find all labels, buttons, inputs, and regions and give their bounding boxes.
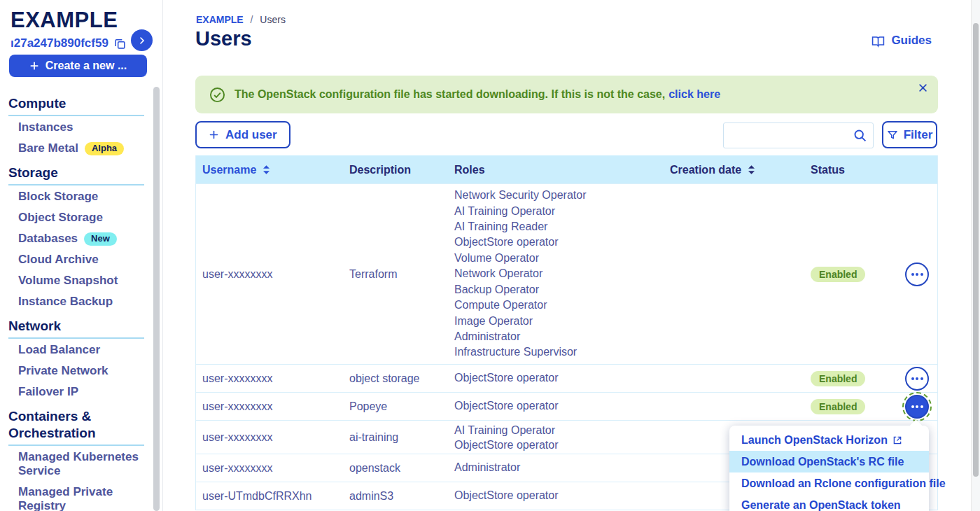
create-new-button[interactable]: Create a new ...	[9, 55, 147, 77]
cell-roles: AI Training OperatorObjectStore operator	[454, 423, 670, 452]
ellipsis-icon	[911, 405, 923, 408]
row-actions-menu: Launch OpenStack Horizon Download OpenSt…	[729, 426, 929, 511]
sidebar-item-volume-snapshot[interactable]: Volume Snapshot	[0, 270, 162, 291]
sidebar-item-block-storage[interactable]: Block Storage	[0, 186, 162, 207]
table-header-row: Username Description Roles Creation date…	[196, 155, 937, 183]
cell-description: Popeye	[349, 400, 454, 413]
sort-icon	[263, 165, 270, 174]
column-header-roles: Roles	[454, 164, 670, 176]
breadcrumb-current: Users	[260, 14, 286, 25]
check-circle-icon	[209, 87, 225, 103]
row-actions-button[interactable]	[905, 262, 929, 286]
menu-item-generate-token[interactable]: Generate an OpenStack token	[729, 494, 929, 511]
section-rule	[8, 115, 144, 116]
sidebar-nav: Compute Instances Bare MetalAlpha Storag…	[0, 95, 162, 511]
section-title-network: Network	[8, 318, 154, 335]
table-row: user-xxxxxxxx object storage ObjectStore…	[196, 364, 937, 392]
menu-item-launch-horizon[interactable]: Launch OpenStack Horizon	[729, 429, 929, 451]
close-icon[interactable]	[918, 83, 928, 93]
search-icon	[853, 128, 867, 143]
cell-status: Enabled	[811, 267, 897, 282]
cell-status: Enabled	[811, 371, 897, 386]
sidebar-item-private-network[interactable]: Private Network	[0, 360, 162, 382]
column-header-creation-date[interactable]: Creation date	[670, 164, 811, 176]
sort-icon	[748, 165, 755, 174]
plus-icon	[209, 130, 219, 140]
cell-username: user-xxxxxxxx	[196, 431, 349, 444]
breadcrumb: EXAMPLE / Users	[196, 14, 286, 25]
sidebar-item-failover-ip[interactable]: Failover IP	[0, 382, 162, 402]
menu-item-download-rclone-config[interactable]: Download an Rclone configuration file	[729, 472, 929, 494]
sidebar-item-instance-backup[interactable]: Instance Backup	[0, 291, 162, 312]
ellipsis-icon	[911, 273, 923, 276]
filter-button[interactable]: Filter	[882, 121, 937, 148]
cell-username: user-UTmdbCfRRXhn	[196, 490, 349, 503]
alert-message: The OpenStack configuration file has sta…	[234, 88, 665, 101]
cell-username: user-xxxxxxxx	[196, 400, 349, 413]
status-badge: Enabled	[811, 267, 865, 282]
sidebar-item-load-balancer[interactable]: Load Balancer	[0, 340, 162, 360]
book-icon	[872, 34, 885, 48]
sidebar-item-cloud-archive[interactable]: Cloud Archive	[0, 249, 162, 270]
ellipsis-icon	[911, 377, 923, 380]
column-header-status: Status	[811, 164, 897, 176]
sidebar-item-databases[interactable]: DatabasesNew	[0, 228, 162, 249]
sidebar-scrollbar[interactable]	[153, 87, 160, 511]
page-scrollbar-thumb[interactable]	[973, 23, 979, 477]
search-input[interactable]	[723, 122, 874, 148]
add-user-button[interactable]: Add user	[195, 121, 290, 148]
alert-click-here-link[interactable]: click here	[668, 88, 720, 101]
status-badge: Enabled	[811, 371, 865, 386]
cell-description: object storage	[349, 372, 454, 385]
page-title: Users	[195, 27, 252, 50]
cell-status: Enabled	[811, 399, 897, 414]
section-title-containers: Containers & Orchestration	[8, 408, 154, 442]
alpha-badge: Alpha	[85, 142, 124, 155]
cell-username: user-xxxxxxxx	[196, 268, 349, 281]
table-row: user-xxxxxxxx Popeye ObjectStore operato…	[196, 392, 937, 420]
section-rule	[8, 337, 144, 339]
cell-roles: ObjectStore operator	[454, 398, 670, 414]
status-badge: Enabled	[811, 399, 865, 414]
cell-username: user-xxxxxxxx	[196, 462, 349, 475]
cell-roles: Administrator	[454, 460, 670, 475]
sidebar-item-bare-metal[interactable]: Bare MetalAlpha	[0, 138, 162, 159]
sidebar-item-managed-kubernetes[interactable]: Managed Kubernetes Service	[0, 447, 162, 482]
column-header-username[interactable]: Username	[196, 164, 349, 176]
cell-username: user-xxxxxxxx	[196, 372, 349, 385]
chevron-right-icon	[138, 36, 146, 45]
account-id: ı27a247b890fcf59	[10, 36, 108, 50]
cell-description: openstack	[349, 462, 454, 475]
cell-roles: ObjectStore operator	[454, 370, 670, 386]
table-row: user-xxxxxxxx Terraform Network Security…	[196, 183, 937, 364]
breadcrumb-root-link[interactable]: EXAMPLE	[196, 14, 244, 25]
cell-roles: ObjectStore operator	[454, 488, 670, 503]
page-scrollbar-track	[971, 0, 980, 511]
sidebar-item-instances[interactable]: Instances	[0, 117, 162, 138]
sidebar-collapse-button[interactable]	[131, 29, 153, 51]
main-content: EXAMPLE / Users Users Guides The OpenSta…	[163, 0, 980, 511]
success-alert: The OpenStack configuration file has sta…	[195, 76, 938, 113]
brand-logo: EXAMPLE	[10, 8, 162, 32]
funnel-icon	[887, 130, 898, 141]
external-link-icon	[892, 435, 902, 445]
section-rule	[8, 184, 144, 186]
section-title-storage: Storage	[8, 164, 154, 181]
row-actions-button[interactable]	[905, 367, 929, 391]
copy-icon[interactable]	[114, 38, 126, 50]
cell-description: Terraform	[349, 268, 454, 281]
cell-description: adminS3	[349, 490, 454, 503]
sidebar-item-managed-registry[interactable]: Managed Private Registry	[0, 482, 162, 511]
sidebar: EXAMPLE ı27a247b890fcf59 Create a new ..…	[0, 0, 163, 511]
plus-icon	[29, 61, 39, 71]
section-title-compute: Compute	[8, 95, 154, 112]
column-header-description: Description	[349, 164, 454, 176]
cell-description: ai-training	[349, 431, 454, 444]
section-rule	[8, 444, 144, 446]
menu-item-download-rc-file[interactable]: Download OpenStack's RC file	[729, 451, 929, 472]
breadcrumb-separator: /	[251, 14, 253, 25]
sidebar-item-object-storage[interactable]: Object Storage	[0, 207, 162, 228]
row-actions-button-active[interactable]	[905, 395, 929, 419]
new-badge: New	[84, 232, 117, 246]
guides-button[interactable]: Guides	[872, 34, 932, 48]
